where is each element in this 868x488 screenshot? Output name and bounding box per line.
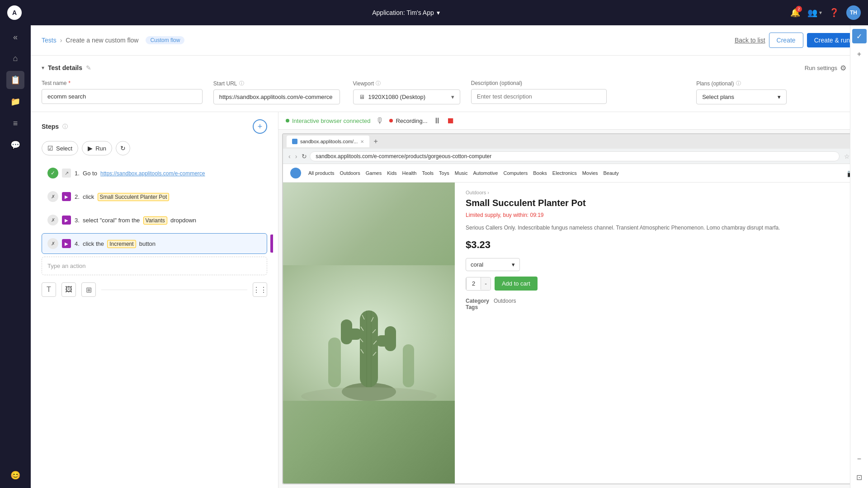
refresh-button[interactable]: ↻ [116, 141, 130, 155]
notification-bell[interactable]: 🔔 2 [790, 8, 800, 18]
sidebar-item-support[interactable]: 😊 [6, 466, 24, 484]
plans-select[interactable]: Select plans ▾ [696, 89, 787, 104]
select-label: Select [56, 145, 72, 152]
product-image [283, 183, 455, 483]
user-avatar[interactable]: TH [846, 5, 861, 20]
steps-info-icon[interactable]: ⓘ [62, 123, 68, 131]
description-input[interactable] [471, 89, 607, 104]
start-url-info-icon[interactable]: ⓘ [239, 80, 244, 87]
ecom-logo [290, 168, 301, 178]
product-variant-selector: coral ▾ [466, 258, 853, 271]
ecom-nav-link[interactable]: Kids [387, 170, 396, 176]
left-sidebar: « ⌂ 📋 📁 ≡ 💬 😊 [0, 25, 31, 488]
sidebar-item-tests[interactable]: 📋 [6, 71, 24, 89]
tab-close-icon[interactable]: ✕ [360, 139, 364, 144]
quantity-input-group: 2 - [466, 277, 491, 291]
image-icon[interactable]: 🖼 [61, 282, 76, 297]
sidebar-item-folder[interactable]: 📁 [6, 93, 24, 111]
plans-info-icon[interactable]: ⓘ [736, 80, 741, 87]
ecom-content: Outdoors › Small Succulent Planter Pot L… [283, 183, 863, 483]
variant-dropdown[interactable]: coral ▾ [466, 258, 520, 271]
app-name[interactable]: Application: Tim's App ▾ [372, 9, 440, 16]
sidebar-toggle[interactable]: « [9, 29, 21, 46]
add-step-button[interactable]: + [253, 119, 267, 134]
sidebar-item-chat[interactable]: 💬 [6, 136, 24, 154]
zoom-out-icon[interactable]: − [852, 452, 867, 466]
quantity-decrement-button[interactable]: - [481, 277, 491, 290]
step-item-3[interactable]: ✗ ▶ 3. select "coral" from the Variants … [42, 210, 267, 230]
ecom-nav-link[interactable]: Automotive [473, 170, 498, 176]
zoom-fit-icon[interactable]: ⊡ [852, 470, 867, 484]
add-to-cart-button[interactable]: Add to cart [495, 277, 538, 291]
test-details-section: ▾ Test details ✎ Run settings ⚙ ⋮ Test n… [31, 56, 868, 112]
app-logo: A [7, 5, 22, 20]
breadcrumb-separator: › [60, 37, 62, 44]
stop-button[interactable]: ⏹ [447, 116, 455, 126]
svg-rect-4 [341, 319, 352, 344]
step-item-2[interactable]: ✗ ▶ 2. click Small Succulent Planter Pot [42, 186, 267, 207]
steps-panel: Steps ⓘ + ☑ Select ▶ Run ↻ [31, 112, 868, 488]
plans-chevron: ▾ [778, 94, 781, 100]
ecom-nav-link[interactable]: Beauty [604, 170, 619, 176]
run-button[interactable]: ▶ Run [82, 141, 112, 155]
plans-label: Plans (optional) ⓘ [696, 80, 857, 87]
step-item-1[interactable]: ✓ ↗ 1. Go to https://sandbox.applitools.… [42, 163, 267, 183]
plans-placeholder: Select plans [702, 94, 734, 100]
steps-title: Steps [42, 123, 59, 130]
select-button[interactable]: ☑ Select [42, 141, 78, 155]
product-limited-supply: Limited supply, buy within: 09:19 [466, 212, 853, 218]
step-text-1: 1. Go to https://sandbox.applitools.com/… [75, 170, 261, 177]
edit-icon[interactable]: ✎ [86, 64, 91, 71]
ecom-nav-link[interactable]: Outdoors [340, 170, 360, 176]
category-label: Category [466, 298, 489, 304]
microphone-icon[interactable]: 🎙 [376, 116, 384, 126]
ecom-nav-link[interactable]: Movies [582, 170, 598, 176]
browser-tab-active[interactable]: sandbox.applitools.com/... ✕ [287, 136, 369, 147]
pause-button[interactable]: ⏸ [433, 116, 441, 126]
ecom-nav-link[interactable]: Music [455, 170, 468, 176]
tab-favicon [292, 139, 297, 144]
run-settings-button[interactable]: Run settings ⚙ ⋮ [805, 63, 857, 73]
step-item-4[interactable]: ✗ ▶ 4. click the Increment button [42, 233, 267, 254]
sidebar-item-list[interactable]: ≡ [6, 114, 24, 132]
ecom-nav-link[interactable]: Tools [422, 170, 434, 176]
step-text-3: 3. select "coral" from the Variants drop… [75, 217, 261, 224]
category-value: Outdoors [494, 298, 516, 304]
action-input-placeholder[interactable]: Type an action [42, 257, 267, 275]
dots-icon[interactable]: ⋮⋮ [253, 282, 267, 297]
ecom-nav-link[interactable]: Electronics [552, 170, 577, 176]
users-icon[interactable]: 👥 ▾ [807, 8, 822, 18]
start-url-input[interactable] [213, 89, 340, 104]
ecom-nav-link[interactable]: Health [402, 170, 417, 176]
qty-cart-row: 2 - Add to cart [466, 277, 853, 291]
steps-actions: ☑ Select ▶ Run ↻ [42, 141, 267, 155]
back-to-list-button[interactable]: Back to list [735, 37, 765, 44]
tab-label: sandbox.applitools.com/... [300, 139, 358, 144]
text-icon[interactable]: T [42, 282, 56, 297]
back-arrow[interactable]: ‹ [287, 152, 292, 161]
viewport-select[interactable]: 🖥 1920X1080 (Desktop) ▾ [353, 89, 460, 104]
variant-value: coral [471, 261, 483, 268]
ecom-nav-link[interactable]: Games [366, 170, 382, 176]
ecom-nav-link[interactable]: Books [533, 170, 547, 176]
ecom-nav-link[interactable]: Toys [439, 170, 449, 176]
create-button[interactable]: Create [769, 33, 803, 48]
url-bar[interactable]: sandbox.applitools.com/e-commerce/produc… [310, 151, 840, 161]
viewport-info-icon[interactable]: ⓘ [376, 80, 381, 87]
start-url-group: Start URL ⓘ [213, 80, 342, 104]
sidebar-item-home[interactable]: ⌂ [6, 49, 24, 67]
step-icon-4: ▶ [62, 239, 71, 248]
ecom-nav-link[interactable]: Computers [503, 170, 528, 176]
grid-icon[interactable]: ⊞ [81, 282, 96, 297]
breadcrumb-tests-link[interactable]: Tests [42, 37, 57, 44]
forward-arrow[interactable]: › [293, 152, 299, 161]
required-marker: * [68, 80, 71, 86]
ecom-nav-link[interactable]: All products [308, 170, 334, 176]
test-name-input[interactable] [42, 89, 203, 104]
help-icon[interactable]: ❓ [829, 8, 839, 18]
step-icon-1: ↗ [62, 169, 71, 178]
section-title: Test details [48, 64, 82, 71]
new-tab-button[interactable]: + [371, 137, 380, 146]
refresh-page-icon[interactable]: ↻ [302, 153, 307, 160]
section-toggle[interactable]: ▾ [42, 65, 44, 71]
